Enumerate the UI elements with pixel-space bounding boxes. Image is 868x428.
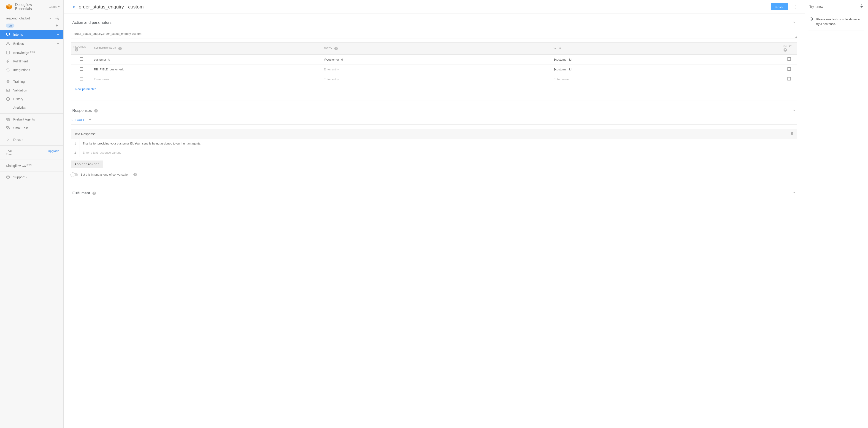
param-entity-input[interactable] (324, 58, 549, 61)
sidebar-item-prebuilt-agents[interactable]: Prebuilt Agents (0, 115, 63, 124)
svg-rect-16 (861, 5, 862, 6)
col-required: REQUIRED (73, 45, 86, 48)
sidebar-item-docs[interactable]: Docs ↗ (0, 135, 63, 144)
text-response-card: Text Response 1 Thanks for providing you… (71, 129, 797, 157)
islist-checkbox[interactable] (787, 57, 791, 61)
chevron-up-icon[interactable] (792, 108, 796, 113)
region-selector[interactable]: Global ▾ (49, 5, 60, 8)
add-entity-button[interactable]: + (57, 41, 59, 46)
caret-down-icon: ▾ (58, 5, 60, 8)
end-of-conversation-toggle[interactable] (71, 173, 78, 176)
help-icon[interactable]: ? (92, 192, 96, 195)
param-name-input[interactable] (94, 68, 319, 71)
islist-checkbox[interactable] (787, 67, 791, 71)
chevron-down-icon[interactable] (792, 191, 796, 196)
sidebar-item-fulfillment[interactable]: Fulfillment (0, 57, 63, 66)
help-icon[interactable]: ? (334, 47, 338, 50)
sidebar-item-support[interactable]: Support ↗ (0, 173, 63, 182)
param-value-input[interactable] (554, 68, 779, 71)
help-icon[interactable]: ? (94, 109, 98, 112)
param-value-input[interactable] (554, 77, 779, 81)
param-name-input[interactable] (94, 58, 319, 61)
new-parameter-button[interactable]: + New parameter (71, 84, 97, 94)
help-icon[interactable]: ? (118, 47, 122, 50)
language-pill[interactable]: en (6, 24, 14, 28)
parameter-row (71, 55, 797, 64)
help-icon[interactable]: ? (133, 173, 137, 176)
svg-rect-4 (6, 33, 10, 35)
section-title: Fulfillment ? (72, 191, 96, 196)
svg-rect-12 (7, 119, 9, 121)
external-link-icon: ↗ (25, 176, 27, 179)
bolt-icon (6, 59, 10, 63)
row-number: 2 (71, 148, 80, 157)
help-circle-icon (6, 175, 10, 179)
required-checkbox[interactable] (80, 57, 83, 61)
sidebar-item-dialogflow-cx[interactable]: Dialogflow CX[new] (0, 161, 63, 170)
required-checkbox[interactable] (80, 77, 83, 80)
trial-plan: Free (6, 153, 12, 156)
sitemap-icon (6, 42, 10, 46)
sidebar-item-intents[interactable]: Intents + (0, 30, 63, 39)
sidebar-item-training[interactable]: Training (0, 77, 63, 86)
delete-response-icon[interactable] (790, 132, 794, 136)
section-title: Action and parameters (72, 20, 112, 25)
col-is-list: IS LIST (783, 45, 792, 48)
stack-icon (6, 117, 10, 122)
sidebar: Dialogflow Essentials Global ▾ respond_c… (0, 0, 64, 428)
sidebar-item-validation[interactable]: Validation (0, 86, 63, 95)
agent-caret-down-icon[interactable]: ▾ (50, 17, 51, 20)
main-content: order_status_enquiry - custom SAVE ⋮ Act… (64, 0, 805, 428)
action-name-input[interactable] (71, 29, 797, 38)
sidebar-item-label: Validation (13, 89, 59, 92)
agent-name[interactable]: respond_chatbot (6, 17, 48, 20)
sidebar-item-integrations[interactable]: Integrations (0, 66, 63, 74)
add-intent-button[interactable]: + (57, 32, 59, 37)
islist-checkbox[interactable] (787, 77, 791, 80)
tab-default[interactable]: DEFAULT (71, 116, 85, 124)
chevron-up-icon[interactable] (792, 20, 796, 25)
response-text-input[interactable] (83, 151, 794, 154)
section-header-action-parameters[interactable]: Action and parameters (71, 18, 797, 27)
response-variant-row: 2 (71, 148, 797, 157)
brand-text: Dialogflow Essentials (15, 3, 32, 11)
svg-rect-7 (9, 44, 10, 45)
gear-icon[interactable] (55, 16, 59, 20)
language-row: en + (0, 22, 63, 30)
parameters-table: REQUIRED ? PARAMETER NAME ? ENTITY ? VAL… (71, 42, 797, 84)
chat-icon (6, 32, 10, 37)
param-name-input[interactable] (94, 77, 319, 81)
section-header-responses[interactable]: Responses ? (71, 106, 797, 115)
section-header-fulfillment[interactable]: Fulfillment ? (71, 189, 797, 197)
sidebar-item-label: Fulfillment (13, 60, 59, 63)
param-value-input[interactable] (554, 58, 779, 61)
upgrade-link[interactable]: Upgrade (48, 149, 59, 153)
sidebar-item-small-talk[interactable]: Small Talk (0, 124, 63, 132)
save-button[interactable]: SAVE (771, 3, 788, 10)
svg-rect-5 (8, 42, 8, 43)
sidebar-item-analytics[interactable]: Analytics (0, 103, 63, 112)
beta-badge: [beta] (30, 51, 35, 53)
required-checkbox[interactable] (80, 67, 83, 71)
param-entity-input[interactable] (324, 68, 549, 71)
info-icon (809, 17, 813, 26)
more-options-icon[interactable]: ⋮ (792, 4, 798, 9)
try-it-panel: Please use test console above to try a s… (805, 0, 868, 428)
col-value: VALUE (554, 47, 561, 50)
microphone-icon[interactable] (859, 4, 863, 9)
sidebar-item-entities[interactable]: Entities + (0, 39, 63, 48)
sidebar-item-history[interactable]: History (0, 95, 63, 103)
main-scroll: Action and parameters REQUIRED ? PARAMET… (64, 14, 805, 428)
sidebar-item-knowledge[interactable]: Knowledge[beta] (0, 48, 63, 57)
try-it-input[interactable] (809, 5, 859, 8)
chat-bubbles-icon (6, 126, 10, 130)
param-entity-input[interactable] (324, 77, 549, 81)
response-text[interactable]: Thanks for providing your customer ID. Y… (83, 142, 201, 145)
add-response-tab-button[interactable]: + (89, 117, 92, 124)
add-language-button[interactable]: + (54, 24, 59, 28)
add-responses-button[interactable]: ADD RESPONSES (71, 161, 103, 168)
help-icon[interactable]: ? (75, 48, 78, 52)
help-icon[interactable]: ? (783, 48, 787, 52)
sidebar-item-label: Analytics (13, 106, 59, 109)
svg-rect-11 (7, 118, 9, 120)
